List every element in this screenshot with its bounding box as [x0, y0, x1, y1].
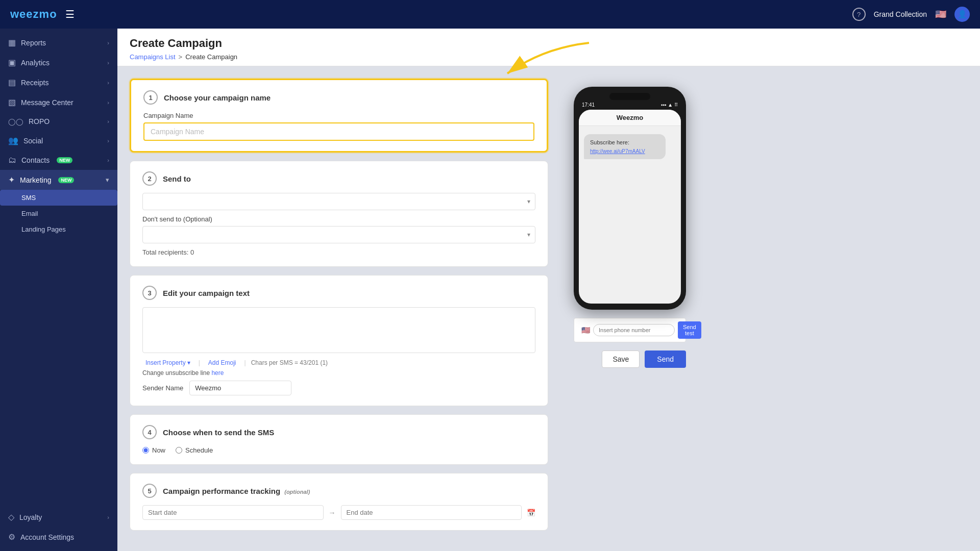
send-test-button[interactable]: Send test: [678, 321, 701, 339]
sidebar-item-label: ROPO: [29, 117, 50, 126]
sidebar: ▦ Reports › ▣ Analytics › ▤ Receipts › ▧…: [0, 29, 117, 551]
contacts-badge: NEW: [57, 157, 72, 163]
contacts-icon: 🗂: [8, 156, 16, 165]
campaign-name-group: Campaign Name: [143, 112, 534, 141]
toolbar-divider: |: [244, 359, 246, 366]
email-label: Email: [21, 210, 38, 217]
sidebar-item-label: Analytics: [21, 59, 50, 67]
step-4-number: 4: [142, 425, 157, 439]
toolbar-divider: |: [199, 359, 200, 366]
sidebar-item-label: Contacts: [21, 156, 50, 164]
chars-info: Chars per SMS = 43/201 (1): [251, 359, 328, 366]
user-avatar-icon[interactable]: 👤: [954, 7, 970, 22]
navbar: weezmo ☰ ? Grand Collection 🇺🇸 👤: [0, 0, 980, 29]
step-5-header: 5 Campaign performance tracking (optiona…: [142, 484, 535, 498]
phone-bubble: Subscribe here: http://wee.ai/uP7mAALV: [584, 134, 666, 159]
save-send-row: Save Send: [574, 350, 686, 368]
total-recipients: Total recipients: 0: [142, 248, 535, 256]
phone-frame: 17:41 ▪▪▪ ▲ ⠿ Weezmo Subscribe here: htt…: [574, 87, 686, 310]
sidebar-item-account-settings[interactable]: ⚙ Account Settings: [0, 527, 117, 547]
phone-signal: ▪▪▪ ▲ ⠿: [661, 102, 678, 108]
dropdown-icon: ▾: [187, 359, 190, 366]
add-emoji-btn[interactable]: Add Emoji: [205, 358, 239, 367]
sidebar-item-marketing[interactable]: ✦ Marketing NEW ▾: [0, 170, 117, 190]
unsub-link[interactable]: here: [211, 369, 224, 377]
step-1-card: 1 Choose your campaign name Campaign Nam…: [130, 79, 548, 153]
form-wrapper: 1 Choose your campaign name Campaign Nam…: [117, 66, 980, 551]
toolbar-row: Insert Property ▾ | Add Emoji | Chars pe…: [142, 358, 535, 367]
message-center-icon: ▧: [8, 97, 16, 107]
step-3-header: 3 Edit your campaign text: [142, 286, 535, 300]
schedule-option[interactable]: Schedule: [176, 446, 213, 454]
marketing-icon: ✦: [8, 175, 15, 185]
now-option[interactable]: Now: [142, 446, 165, 454]
step-5-card: 5 Campaign performance tracking (optiona…: [130, 473, 548, 531]
sidebar-sub-item-email[interactable]: Email: [0, 206, 117, 221]
sidebar-item-reports[interactable]: ▦ Reports ›: [0, 33, 117, 53]
campaign-text-area[interactable]: [142, 307, 535, 353]
insert-property-btn[interactable]: Insert Property ▾: [142, 358, 193, 367]
dont-send-select[interactable]: [142, 226, 535, 243]
menu-icon[interactable]: ☰: [65, 8, 75, 20]
sidebar-item-loyalty[interactable]: ◇ Loyalty ›: [0, 507, 117, 527]
phone-messages: Subscribe here: http://wee.ai/uP7mAALV: [579, 126, 681, 269]
step-1-header: 1 Choose your campaign name: [143, 90, 534, 105]
phone-bubble-link: http://wee.ai/uP7mAALV: [590, 148, 645, 154]
phone-flag-icon: 🇺🇸: [578, 326, 590, 334]
campaign-name-input[interactable]: [143, 122, 534, 141]
step-2-title: Send to: [163, 174, 191, 183]
end-date-input[interactable]: [341, 505, 522, 520]
sidebar-item-label: Reports: [21, 39, 46, 47]
step-5-number: 5: [142, 484, 157, 498]
calendar-icon[interactable]: 📅: [527, 509, 535, 517]
sidebar-item-label: Account Settings: [20, 533, 74, 541]
sms-label: SMS: [21, 194, 36, 202]
step-5-title: Campaign performance tracking (optional): [163, 487, 310, 495]
app-logo: weezmo: [10, 8, 57, 21]
sidebar-item-label: Marketing: [20, 176, 51, 184]
phone-number-input[interactable]: [593, 324, 675, 336]
step-4-title: Choose when to send the SMS: [163, 428, 274, 437]
sidebar-sub-item-sms[interactable]: SMS: [0, 190, 117, 206]
unsub-line: Change unsubscribe line here: [142, 369, 535, 377]
sidebar-item-ropo[interactable]: ◯◯ ROPO ›: [0, 112, 117, 131]
campaign-name-label: Campaign Name: [143, 112, 534, 119]
send-to-select[interactable]: [142, 193, 535, 210]
dont-send-select-wrap: ▾: [142, 226, 535, 243]
sidebar-item-contacts[interactable]: 🗂 Contacts NEW ›: [0, 151, 117, 170]
sidebar-item-label: Social: [23, 137, 43, 145]
breadcrumb-parent-link[interactable]: Campaigns List: [130, 53, 176, 61]
sidebar-item-message-center[interactable]: ▧ Message Center ›: [0, 92, 117, 112]
help-icon[interactable]: ?: [852, 8, 866, 21]
sidebar-item-analytics[interactable]: ▣ Analytics ›: [0, 53, 117, 72]
breadcrumb-separator: >: [179, 53, 183, 61]
now-radio[interactable]: [142, 447, 149, 454]
dont-send-label: Don't send to (Optional): [142, 215, 535, 223]
step-4-card: 4 Choose when to send the SMS Now Schedu…: [130, 414, 548, 465]
phone-send-row: 🇺🇸 Send test: [574, 318, 686, 342]
page-header: Create Campaign Campaigns List > Create …: [117, 29, 980, 66]
phone-status-bar: 17:41 ▪▪▪ ▲ ⠿: [579, 102, 681, 110]
sidebar-item-receipts[interactable]: ▤ Receipts ›: [0, 72, 117, 92]
sender-name-input[interactable]: [189, 381, 291, 395]
phone-screen: Weezmo Subscribe here: http://wee.ai/uP7…: [579, 110, 681, 304]
step-3-number: 3: [142, 286, 157, 300]
send-timing-group: Now Schedule: [142, 446, 535, 454]
main-content: Create Campaign Campaigns List > Create …: [117, 29, 980, 551]
receipts-icon: ▤: [8, 78, 16, 87]
analytics-icon: ▣: [8, 58, 16, 67]
phone-notch: [609, 93, 650, 100]
phone-preview-column: 17:41 ▪▪▪ ▲ ⠿ Weezmo Subscribe here: htt…: [564, 79, 696, 539]
marketing-badge: NEW: [58, 177, 74, 183]
chevron-icon: ›: [107, 138, 109, 144]
form-column: 1 Choose your campaign name Campaign Nam…: [130, 79, 548, 539]
sidebar-sub-item-landing-pages[interactable]: Landing Pages: [0, 221, 117, 237]
start-date-input[interactable]: [142, 505, 324, 520]
send-button[interactable]: Send: [645, 350, 686, 368]
save-button[interactable]: Save: [602, 350, 640, 368]
sidebar-item-label: Receipts: [21, 79, 48, 87]
sender-name-label: Sender Name: [142, 384, 183, 392]
sidebar-item-social[interactable]: 👥 Social ›: [0, 131, 117, 151]
schedule-radio[interactable]: [176, 447, 182, 454]
flag-icon: 🇺🇸: [935, 9, 946, 20]
